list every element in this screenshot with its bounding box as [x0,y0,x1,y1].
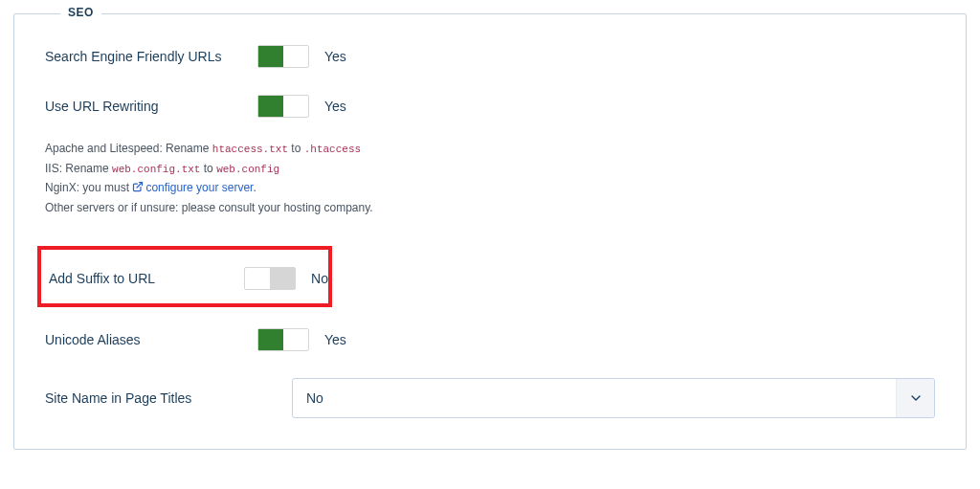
toggle-sef[interactable] [257,45,309,68]
control-rewrite: Yes [257,95,346,118]
seo-fieldset: SEO Search Engine Friendly URLs Yes Use … [13,13,967,450]
select-sitename[interactable]: No [292,378,935,418]
code-htaccess-dst: .htaccess [304,144,361,155]
toggle-text-rewrite: Yes [324,99,346,114]
toggle-text-unicode: Yes [324,332,346,347]
select-value: No [306,390,323,406]
help-line-3: NginX: you must configure your server. [45,178,935,197]
row-unicode: Unicode Aliases Yes [45,328,935,351]
highlight-box: Add Suffix to URL No [37,246,332,307]
svg-line-0 [137,183,143,189]
control-sef: Yes [257,45,346,68]
label-suffix: Add Suffix to URL [49,271,244,286]
code-htaccess-src: htaccess.txt [212,144,288,155]
help-block: Apache and Litespeed: Rename htaccess.tx… [45,139,935,217]
label-unicode: Unicode Aliases [45,332,257,347]
toggle-handle [258,96,283,117]
control-suffix: No [244,267,328,290]
toggle-suffix[interactable] [244,267,296,290]
toggle-rewrite[interactable] [257,95,309,118]
toggle-text-sef: Yes [324,49,346,64]
row-rewrite: Use URL Rewriting Yes [45,95,935,118]
row-sitename: Site Name in Page Titles No [45,378,935,418]
label-sef: Search Engine Friendly URLs [45,49,257,64]
chevron-down-icon [896,379,934,417]
external-link-icon [132,181,144,192]
control-unicode: Yes [257,328,346,351]
row-sef: Search Engine Friendly URLs Yes [45,45,935,68]
label-rewrite: Use URL Rewriting [45,99,257,114]
code-webconfig-dst: web.config [216,164,279,175]
toggle-handle [258,46,283,67]
help-line-2: IIS: Rename web.config.txt to web.config [45,159,935,179]
configure-server-link[interactable]: configure your server [145,181,253,194]
row-suffix: Add Suffix to URL No [41,267,328,290]
fieldset-legend: SEO [60,6,101,19]
toggle-handle [270,268,295,289]
control-sitename: No [292,378,935,418]
toggle-text-suffix: No [311,271,328,286]
label-sitename: Site Name in Page Titles [45,390,292,406]
toggle-unicode[interactable] [257,328,309,351]
help-line-4: Other servers or if unsure: please consu… [45,198,935,217]
code-webconfig-src: web.config.txt [112,164,200,175]
help-line-1: Apache and Litespeed: Rename htaccess.tx… [45,139,935,159]
toggle-handle [258,329,283,350]
